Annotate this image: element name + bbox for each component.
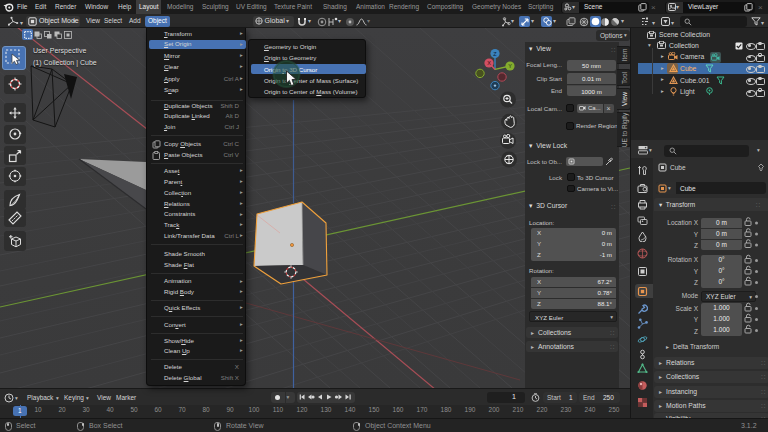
svg-text:Y: Y [508, 63, 512, 69]
svg-text:X: X [487, 60, 491, 66]
